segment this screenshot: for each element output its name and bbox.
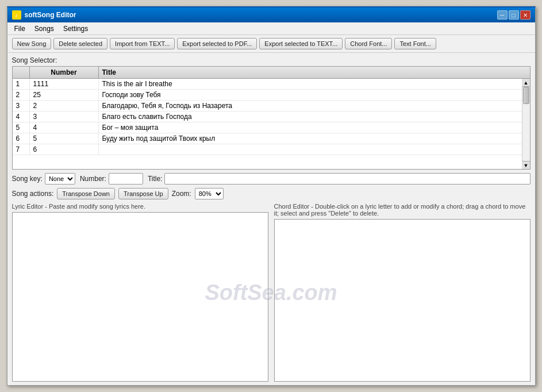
row-number: 4 — [30, 122, 99, 133]
row-number: 3 — [30, 112, 99, 122]
scroll-track — [522, 87, 530, 161]
title-field-group: Title: — [148, 173, 531, 185]
menu-file[interactable]: File — [10, 24, 30, 34]
key-label: Song key: — [12, 175, 43, 183]
menu-settings[interactable]: Settings — [59, 24, 93, 34]
chord-editor-label: Chord Editor - Double-click on a lyric l… — [274, 203, 531, 217]
row-title: Бог – моя защита — [99, 122, 522, 133]
row-title: Буду жить под защитой Твоих крыл — [99, 133, 522, 144]
row-number: 5 — [30, 133, 99, 144]
table-row[interactable]: 3 2 Благодарю, Тебя я, Господь из Назаре… — [13, 101, 522, 112]
title-controls: ─ □ ✕ — [497, 10, 531, 20]
zoom-select[interactable]: 50% 60% 70% 80% 90% 100% 110% 120% — [195, 188, 224, 199]
row-index: 7 — [13, 144, 30, 155]
table-header: Number Title — [13, 67, 530, 79]
main-window: ♪ softSong Editor ─ □ ✕ File Songs Setti… — [7, 6, 536, 386]
song-actions-label: Song actions: — [12, 190, 54, 198]
export-text-button[interactable]: Export selected to TEXT... — [259, 38, 343, 49]
row-index: 5 — [13, 122, 30, 133]
editors-container: Lyric Editor - Paste and modify song lyr… — [12, 203, 531, 382]
transpose-up-button[interactable]: Transpose Up — [118, 188, 168, 199]
chord-editor-panel: Chord Editor - Double-click on a lyric l… — [274, 203, 531, 382]
chord-editor-area[interactable] — [274, 219, 531, 382]
table-with-scroll: 1 1111 This is the air I breathe 2 25 Го… — [13, 79, 530, 169]
song-controls-row: Song key: None C D E F G A B Number: Tit… — [12, 170, 531, 187]
col-title: Title — [99, 67, 530, 78]
table-row[interactable]: 6 5 Буду жить под защитой Твоих крыл — [13, 133, 522, 144]
chord-font-button[interactable]: Chord Font... — [345, 38, 392, 49]
row-number: 25 — [30, 90, 99, 100]
new-song-button[interactable]: New Song — [12, 38, 52, 49]
maximize-button[interactable]: □ — [509, 10, 519, 20]
title-label: Title: — [148, 175, 163, 183]
row-title: Благодарю, Тебя я, Господь из Назарета — [99, 101, 522, 111]
number-input[interactable] — [109, 173, 143, 185]
scroll-up[interactable]: ▲ — [522, 79, 530, 87]
row-number: 6 — [30, 144, 99, 155]
row-title: This is the air I breathe — [99, 79, 522, 89]
song-actions-row: Song actions: Transpose Down Transpose U… — [12, 187, 531, 203]
row-index: 2 — [13, 90, 30, 100]
row-index: 3 — [13, 101, 30, 111]
main-content: Song Selector: Number Title 1 1111 This … — [7, 53, 535, 385]
scroll-down[interactable]: ▼ — [522, 161, 530, 169]
row-title: Господи зову Тебя — [99, 90, 522, 100]
text-font-button[interactable]: Text Font... — [394, 38, 436, 49]
table-row[interactable]: 5 4 Бог – моя защита — [13, 122, 522, 133]
row-index: 4 — [13, 112, 30, 122]
row-number: 1111 — [30, 79, 99, 89]
table-row[interactable]: 2 25 Господи зову Тебя — [13, 90, 522, 101]
song-selector-label: Song Selector: — [12, 56, 531, 64]
song-table: Number Title 1 1111 This is the air I br… — [12, 66, 531, 170]
lyric-editor-label: Lyric Editor - Paste and modify song lyr… — [12, 203, 268, 210]
row-index: 6 — [13, 133, 30, 144]
row-title — [99, 144, 522, 155]
number-field-group: Number: — [80, 173, 143, 185]
minimize-button[interactable]: ─ — [497, 10, 508, 20]
table-body: 1 1111 This is the air I breathe 2 25 Го… — [13, 79, 522, 169]
row-title: Благо есть славить Господа — [99, 112, 522, 122]
title-input[interactable] — [164, 173, 530, 185]
title-bar-left: ♪ softSong Editor — [12, 10, 76, 20]
col-index — [13, 67, 30, 78]
row-number: 2 — [30, 101, 99, 111]
app-icon: ♪ — [12, 10, 21, 20]
col-number: Number — [30, 67, 99, 78]
key-select[interactable]: None C D E F G A B — [45, 173, 75, 185]
table-row[interactable]: 4 3 Благо есть славить Господа — [13, 112, 522, 122]
title-bar: ♪ softSong Editor ─ □ ✕ — [7, 7, 535, 22]
close-button[interactable]: ✕ — [520, 10, 531, 20]
window-title: softSong Editor — [25, 11, 76, 19]
transpose-down-button[interactable]: Transpose Down — [57, 188, 115, 199]
scroll-thumb[interactable] — [523, 87, 529, 104]
row-index: 1 — [13, 79, 30, 89]
menu-bar: File Songs Settings — [7, 22, 535, 35]
key-field-group: Song key: None C D E F G A B — [12, 173, 75, 185]
number-label: Number: — [80, 175, 106, 183]
table-scrollbar[interactable]: ▲ ▼ — [522, 79, 530, 169]
table-row[interactable]: 1 1111 This is the air I breathe — [13, 79, 522, 90]
export-pdf-button[interactable]: Export selected to PDF... — [177, 38, 257, 49]
toolbar: New Song Delete selected Import from TEX… — [7, 35, 535, 53]
zoom-label: Zoom: — [172, 190, 191, 198]
table-row[interactable]: 7 6 — [13, 144, 522, 155]
lyric-editor-area[interactable] — [12, 212, 268, 382]
import-text-button[interactable]: Import from TEXT... — [110, 38, 175, 49]
delete-selected-button[interactable]: Delete selected — [53, 38, 107, 49]
menu-songs[interactable]: Songs — [30, 24, 59, 34]
lyric-editor-panel: Lyric Editor - Paste and modify song lyr… — [12, 203, 268, 382]
